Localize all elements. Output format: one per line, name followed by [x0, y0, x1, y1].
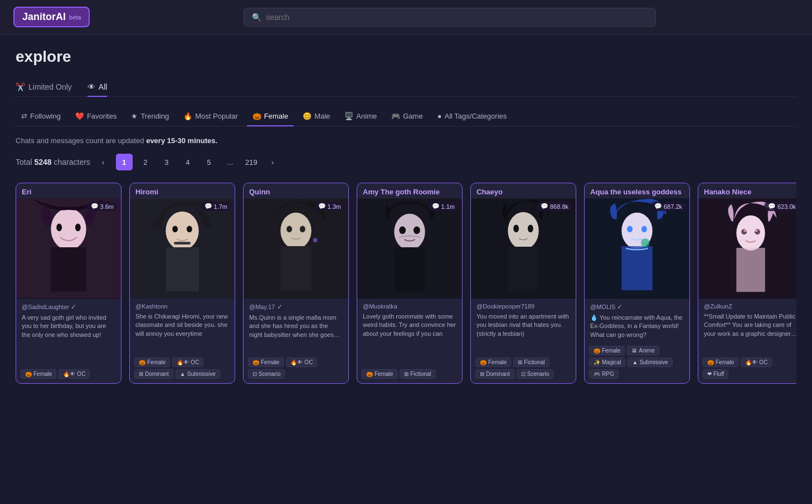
card-tags: 🎃 Female 🖥 Anime ✨ Magical ▲ Submissive … — [585, 342, 689, 383]
tag-scenario[interactable]: ⊡ Scenario — [248, 369, 285, 379]
card-name: Aqua the useless goddess — [585, 183, 689, 198]
fire-icon: 🔥 — [183, 112, 192, 120]
tag-emoji: ⊡ — [521, 371, 526, 377]
cat-tab-all-tags[interactable]: ● All Tags/Categories — [432, 107, 513, 126]
tag-oc[interactable]: 🔥👁 OC — [741, 358, 772, 367]
tag-anime[interactable]: 🖥 Anime — [627, 346, 659, 355]
tag-female[interactable]: 🎃 Female — [21, 369, 56, 379]
card-body: @May.17 ✓ Ms.Quinn is a single mafia mom… — [244, 299, 348, 354]
tag-fictional[interactable]: ⊞ Fictional — [513, 358, 549, 367]
card-tags: 🎃 Female 🔥👁 OC ❤ Fluff — [698, 354, 796, 383]
filter-tab-limited-only[interactable]: ✂️ Limited Only — [16, 78, 72, 97]
author-handle: @Muskratka — [363, 303, 397, 310]
cat-tab-female-label: Female — [264, 112, 288, 120]
tag-dominant[interactable]: ⊞ Dominant — [134, 369, 173, 379]
tag-oc[interactable]: 🔥👁 OC — [172, 358, 203, 367]
svg-point-12 — [280, 213, 311, 249]
info-bold: every 15-30 minutes. — [146, 136, 217, 145]
scissor-icon: ✂️ — [16, 82, 25, 91]
svg-point-1 — [51, 208, 86, 250]
cat-tab-male-label: Male — [314, 112, 330, 120]
tag-female[interactable]: 🎃 Female — [248, 358, 284, 367]
tag-rpg[interactable]: 🎮 RPG — [589, 369, 619, 379]
card-body: @MOLIS ✓ 💧 You reincarnate with Aqua, th… — [585, 299, 689, 342]
cat-tab-female[interactable]: 🎃 Female — [247, 107, 294, 126]
page-btn-5[interactable]: 5 — [201, 154, 217, 170]
tag-female[interactable]: 🎃 Female — [134, 358, 170, 367]
cat-tab-favorites[interactable]: ❤️ Favorites — [70, 107, 122, 126]
card-name: Amy The goth Roomie — [357, 183, 462, 198]
cat-tab-anime[interactable]: 🖥️ Anime — [339, 107, 382, 126]
cat-tab-following[interactable]: ⇄ Following — [16, 107, 66, 126]
svg-point-3 — [56, 223, 62, 231]
logo[interactable]: JanitorAI beta — [13, 7, 90, 27]
next-page-btn[interactable]: › — [264, 154, 281, 170]
tag-oc[interactable]: 🔥👁 OC — [286, 358, 317, 367]
tag-fictional[interactable]: ⊞ Fictional — [400, 369, 435, 379]
author-handle: @Kashtonn — [135, 303, 168, 310]
search-input[interactable] — [266, 13, 648, 22]
page-btn-2[interactable]: 2 — [137, 154, 154, 170]
tag-emoji: 🎃 — [25, 371, 32, 377]
card-amy[interactable]: Amy The goth Roomie 💬 1.1m @Muskratka Lo… — [357, 183, 463, 384]
card-hanako[interactable]: Hanako Niece 💬 623.0k @ZulkunZ **Small U… — [698, 183, 796, 384]
cat-tab-male[interactable]: 😊 Male — [297, 107, 336, 126]
tag-emoji: 🔥👁 — [63, 371, 75, 377]
cat-tab-game[interactable]: 🎮 Game — [386, 107, 428, 126]
tag-dominant[interactable]: ⊞ Dominant — [475, 369, 514, 379]
tag-emoji: 🎃 — [480, 359, 487, 365]
page-btn-1[interactable]: 1 — [116, 154, 133, 170]
tag-emoji: ⊡ — [252, 371, 257, 377]
card-count: 💬 3.6m — [87, 202, 118, 211]
tag-magical[interactable]: ✨ Magical — [589, 358, 625, 367]
card-author: @SadistLaughter ✓ — [22, 303, 115, 311]
page-btn-3[interactable]: 3 — [158, 154, 175, 170]
count-value: 3.6m — [100, 203, 114, 210]
card-count: 💬 623.0k — [764, 202, 796, 211]
card-desc: **Small Update to Maintain Public Comfor… — [704, 312, 796, 338]
tag-female[interactable]: 🎃 Female — [475, 358, 511, 367]
tag-emoji: ▲ — [632, 359, 638, 365]
card-eri[interactable]: Eri 💬 3.6m @SadistLaughter ✓ A very sad … — [16, 183, 121, 384]
heart-icon: ❤️ — [75, 112, 84, 120]
author-handle: @ZulkunZ — [704, 303, 732, 310]
chat-icon: 💬 — [432, 203, 440, 210]
cat-tab-trending-label: Trending — [140, 112, 169, 120]
card-hiromi[interactable]: Hiromi 💬 1.7m @Kashtonn She is Chikaragi… — [129, 183, 235, 384]
tag-female[interactable]: 🎃 Female — [589, 346, 625, 355]
card-author: @Kashtonn — [135, 303, 229, 310]
page-ellipsis: ... — [222, 154, 239, 170]
tag-submissive[interactable]: ▲ Submissive — [628, 358, 672, 367]
tag-emoji: 🔥👁 — [177, 359, 189, 365]
tag-submissive[interactable]: ▲ Submissive — [176, 369, 220, 379]
page-btn-219[interactable]: 219 — [243, 154, 260, 170]
tag-scenario[interactable]: ⊡ Scenario — [517, 369, 553, 379]
card-aqua[interactable]: Aqua the useless goddess 💬 687.2k @MOLIS… — [584, 183, 690, 384]
category-tabs: ⇄ Following ❤️ Favorites ★ Trending 🔥 Mo… — [16, 107, 796, 126]
female-emoji-icon: 🎃 — [252, 112, 261, 120]
card-name: Quinn — [244, 183, 348, 198]
cat-tab-most-popular[interactable]: 🔥 Most Popular — [178, 107, 244, 126]
card-desc: Lovely goth roommate with some weird hab… — [363, 312, 456, 338]
filter-tab-all[interactable]: 👁 All — [87, 78, 108, 97]
info-text: Chats and messages count are updated eve… — [16, 136, 796, 145]
tag-female[interactable]: 🎃 Female — [703, 358, 738, 367]
svg-point-9 — [187, 226, 192, 232]
pagination-count: 5248 — [34, 158, 51, 167]
card-chaeyo[interactable]: Chaeyo 💬 868.8k @Dookiepooper7189 You mo… — [470, 183, 576, 384]
svg-point-23 — [508, 212, 538, 249]
tag-emoji: 🔥👁 — [745, 359, 757, 365]
pagination: Total 5248 characters ‹ 1 2 3 4 5 ... 21… — [16, 154, 796, 170]
tag-emoji: ⊞ — [518, 359, 522, 365]
cat-tab-trending[interactable]: ★ Trending — [125, 107, 174, 126]
svg-rect-2 — [51, 247, 86, 291]
prev-page-btn[interactable]: ‹ — [95, 154, 111, 170]
tag-female[interactable]: 🎃 Female — [362, 369, 397, 379]
card-quinn[interactable]: Quinn 💬 1.3m @May.17 ✓ Ms.Quinn is a sin… — [243, 183, 349, 384]
page-btn-4[interactable]: 4 — [179, 154, 196, 170]
tag-oc[interactable]: 🔥👁 OC — [59, 369, 90, 379]
tag-emoji: 🔥👁 — [290, 359, 303, 365]
search-bar[interactable]: 🔍 — [244, 8, 656, 27]
tag-fluff[interactable]: ❤ Fluff — [703, 369, 728, 379]
star-icon: ★ — [131, 112, 138, 120]
